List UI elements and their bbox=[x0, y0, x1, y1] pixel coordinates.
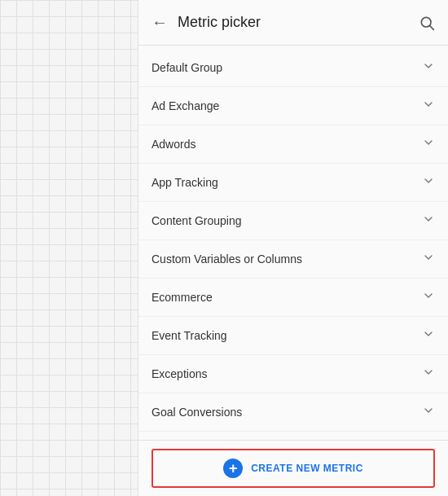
chevron-down-icon bbox=[422, 98, 435, 114]
chevron-down-icon bbox=[422, 366, 435, 382]
chevron-down-icon bbox=[422, 59, 435, 76]
menu-item-label: Exceptions bbox=[152, 367, 207, 380]
list-item[interactable]: Custom Variables or Columns bbox=[138, 240, 448, 279]
chevron-down-icon bbox=[422, 289, 435, 305]
chevron-down-icon bbox=[422, 327, 435, 344]
create-new-metric-button[interactable]: + CREATE NEW METRIC bbox=[152, 449, 435, 488]
footer: + CREATE NEW METRIC bbox=[138, 440, 448, 496]
list-item[interactable]: Default Group bbox=[138, 49, 448, 87]
menu-item-label: Ad Exchange bbox=[152, 99, 219, 112]
right-panel: ← Metric picker Default Group Ad Exchang… bbox=[138, 0, 448, 496]
page-title: Metric picker bbox=[178, 14, 261, 31]
menu-item-label: Goal Conversions bbox=[152, 406, 242, 419]
list-item[interactable]: App Tracking bbox=[138, 164, 448, 202]
create-new-metric-label: CREATE NEW METRIC bbox=[251, 463, 363, 474]
header: ← Metric picker bbox=[138, 0, 448, 46]
chevron-down-icon bbox=[422, 404, 435, 420]
header-left: ← Metric picker bbox=[152, 13, 261, 32]
menu-item-label: Default Group bbox=[152, 61, 222, 74]
list-item[interactable]: Event Tracking bbox=[138, 317, 448, 355]
plus-icon: + bbox=[223, 459, 243, 478]
menu-item-label: Event Tracking bbox=[152, 329, 227, 342]
svg-line-1 bbox=[430, 25, 434, 29]
left-panel bbox=[0, 0, 138, 496]
list-item[interactable]: Goal Conversions bbox=[138, 393, 448, 432]
menu-item-label: App Tracking bbox=[152, 176, 218, 189]
list-item[interactable]: Exceptions bbox=[138, 355, 448, 393]
menu-item-label: Ecommerce bbox=[152, 291, 213, 304]
list-item[interactable]: Ecommerce bbox=[138, 279, 448, 317]
chevron-down-icon bbox=[422, 174, 435, 191]
list-item[interactable]: Content Grouping bbox=[138, 202, 448, 240]
list-item[interactable]: Internal Search bbox=[138, 432, 448, 440]
search-icon[interactable] bbox=[419, 15, 435, 31]
menu-item-label: Custom Variables or Columns bbox=[152, 252, 302, 266]
list-item[interactable]: Adwords bbox=[138, 125, 448, 164]
chevron-down-icon bbox=[422, 213, 435, 229]
menu-item-label: Content Grouping bbox=[152, 214, 242, 227]
back-icon[interactable]: ← bbox=[152, 13, 168, 32]
menu-item-label: Adwords bbox=[152, 138, 195, 151]
chevron-down-icon bbox=[422, 251, 435, 267]
menu-list: Default Group Ad Exchange Adwords App Tr… bbox=[138, 46, 448, 440]
chevron-down-icon bbox=[422, 136, 435, 152]
list-item[interactable]: Ad Exchange bbox=[138, 87, 448, 125]
